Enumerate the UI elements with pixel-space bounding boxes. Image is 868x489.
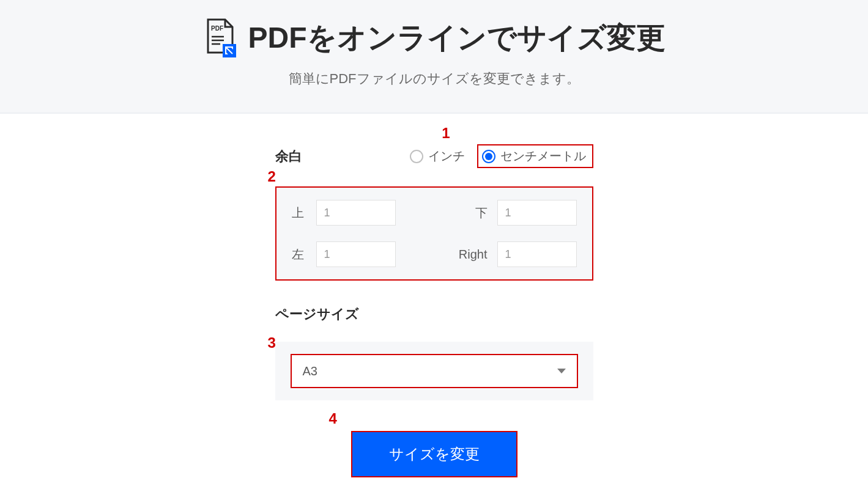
margin-bottom-input[interactable] [497, 200, 577, 226]
margin-top-field: 上 [292, 200, 413, 226]
margin-bottom-field: 下 [456, 200, 577, 226]
button-section: 4 サイズを変更 [275, 431, 593, 477]
margin-top-label: 上 [292, 205, 306, 221]
unit-radio-group: インチ 1 センチメートル [410, 144, 593, 168]
page-size-select[interactable]: A3 [291, 354, 578, 388]
annotation-3: 3 [268, 334, 276, 351]
title-row: PDF PDFをオンラインでサイズ変更 [0, 18, 868, 57]
radio-dot-icon [485, 153, 492, 160]
page-subtitle: 簡単にPDFファイルのサイズを変更できます。 [0, 70, 868, 88]
margin-left-label: 左 [292, 246, 306, 263]
pdf-resize-icon: PDF [203, 18, 237, 57]
radio-inch-label: インチ [428, 148, 465, 164]
radio-inch[interactable]: インチ [410, 148, 465, 164]
radio-centimeter-label: センチメートル [500, 148, 586, 164]
margin-bottom-label: 下 [473, 205, 488, 221]
margin-right-input[interactable] [497, 241, 577, 267]
margin-inputs-container: 2 上 下 左 Right [275, 186, 593, 281]
margins-label: 余白 [275, 147, 302, 166]
annotation-4: 4 [329, 410, 337, 427]
margin-inputs-grid: 上 下 左 Right [275, 186, 593, 281]
page-size-select-container: 3 A3 [275, 342, 593, 400]
radio-circle-selected-icon [482, 150, 495, 163]
margins-header-row: 余白 インチ 1 センチメートル [275, 144, 593, 168]
page-size-label: ページサイズ [275, 305, 593, 323]
resize-button[interactable]: サイズを変更 [351, 431, 517, 477]
margins-section: 余白 インチ 1 センチメートル 2 上 [275, 144, 593, 281]
margin-right-field: Right [456, 241, 577, 267]
chevron-down-icon [557, 369, 566, 373]
margin-top-input[interactable] [316, 200, 396, 226]
page-title: PDFをオンラインでサイズ変更 [248, 18, 666, 57]
svg-text:PDF: PDF [211, 25, 223, 32]
page-size-value: A3 [303, 364, 317, 378]
radio-circle-icon [410, 150, 423, 163]
margin-right-label: Right [459, 248, 488, 262]
margin-left-field: 左 [292, 241, 413, 267]
radio-centimeter[interactable]: 1 センチメートル [477, 144, 593, 168]
margin-left-input[interactable] [316, 241, 396, 267]
content-area: 余白 インチ 1 センチメートル 2 上 [263, 144, 606, 477]
annotation-1: 1 [442, 125, 450, 142]
page-size-section: ページサイズ 3 A3 [275, 305, 593, 400]
annotation-2: 2 [268, 168, 276, 185]
page-header: PDF PDFをオンラインでサイズ変更 簡単にPDFファイルのサイズを変更できま… [0, 0, 868, 114]
